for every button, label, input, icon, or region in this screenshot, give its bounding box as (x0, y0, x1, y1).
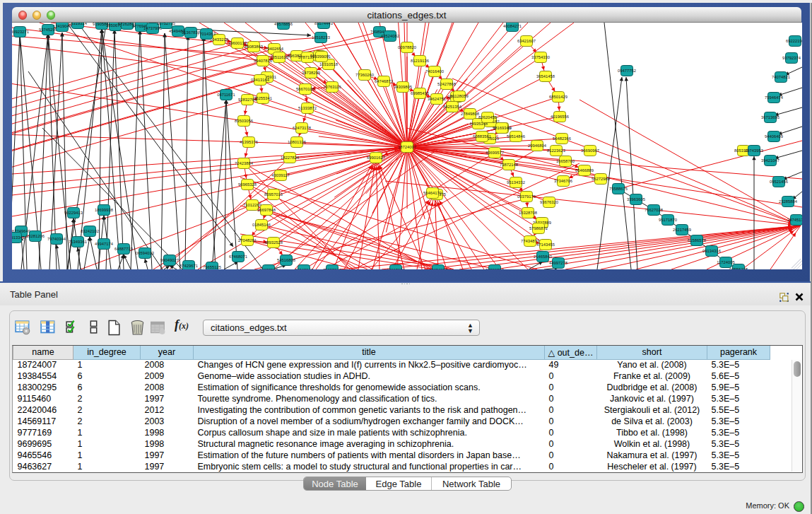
svg-text:14737996: 14737996 (143, 26, 162, 30)
svg-text:99049027: 99049027 (160, 258, 179, 262)
svg-text:23511615: 23511615 (270, 55, 288, 59)
svg-text:09743953: 09743953 (745, 148, 763, 153)
svg-text:74074821: 74074821 (772, 75, 790, 79)
svg-text:79402654: 79402654 (265, 47, 284, 51)
svg-text:69901627: 69901627 (367, 156, 385, 160)
svg-text:09521456: 09521456 (770, 180, 788, 184)
svg-text:44997278: 44997278 (549, 261, 567, 265)
svg-text:59514846: 59514846 (507, 134, 525, 139)
svg-text:18699938: 18699938 (95, 208, 113, 212)
svg-text:08613171: 08613171 (387, 268, 405, 269)
svg-text:37346706: 37346706 (554, 179, 572, 183)
svg-text:71349361: 71349361 (69, 240, 87, 244)
svg-text:69985435: 69985435 (411, 91, 429, 95)
svg-text:11724005: 11724005 (717, 260, 734, 264)
svg-text:77014363: 77014363 (197, 32, 216, 36)
svg-text:90913341: 90913341 (12, 235, 25, 240)
svg-text:66319314: 66319314 (69, 23, 88, 25)
svg-text:51333872: 51333872 (298, 106, 317, 110)
svg-text:10433218: 10433218 (210, 37, 228, 42)
svg-text:19399091: 19399091 (312, 54, 331, 59)
svg-text:71012269: 71012269 (243, 203, 261, 207)
svg-text:56272980: 56272980 (592, 177, 610, 181)
svg-text:41395376: 41395376 (240, 140, 258, 144)
svg-text:21465840: 21465840 (534, 255, 552, 259)
svg-text:49947174: 49947174 (95, 242, 114, 246)
svg-text:57986872: 57986872 (529, 226, 548, 230)
svg-text:76038597: 76038597 (259, 268, 278, 269)
svg-text:89083863: 89083863 (245, 45, 263, 49)
svg-text:95134332: 95134332 (507, 180, 525, 185)
svg-text:34738299: 34738299 (302, 71, 320, 75)
svg-text:39421047: 39421047 (761, 158, 779, 163)
svg-text:40084271: 40084271 (503, 24, 522, 28)
svg-text:27849808: 27849808 (461, 112, 479, 116)
svg-text:84251354: 84251354 (443, 105, 462, 109)
svg-text:54516808: 54516808 (277, 258, 295, 262)
svg-text:40196556: 40196556 (551, 115, 569, 119)
svg-text:75946474: 75946474 (765, 95, 784, 100)
svg-text:43039117: 43039117 (271, 173, 289, 177)
svg-text:16658760: 16658760 (556, 159, 575, 163)
svg-text:50752735: 50752735 (157, 23, 175, 25)
svg-text:06594013: 06594013 (136, 251, 154, 255)
svg-text:79740344: 79740344 (47, 237, 66, 241)
svg-text:34624751: 34624751 (428, 97, 446, 101)
svg-text:85574443: 85574443 (314, 23, 333, 25)
svg-text:64887719: 64887719 (114, 247, 133, 251)
svg-text:49578856: 49578856 (274, 23, 293, 26)
svg-text:64746872: 64746872 (375, 79, 393, 83)
svg-text:09477752: 09477752 (618, 69, 636, 73)
svg-text:56670106: 56670106 (296, 87, 314, 91)
svg-text:92832764: 92832764 (238, 98, 257, 102)
svg-text:33754330: 33754330 (531, 55, 550, 59)
svg-text:77360260: 77360260 (355, 73, 374, 77)
svg-text:27048281: 27048281 (238, 238, 257, 243)
svg-text:74016400: 74016400 (425, 69, 444, 74)
svg-text:24745171: 24745171 (787, 218, 802, 222)
svg-text:87429671: 87429671 (180, 264, 198, 268)
svg-text:80957015: 80957015 (264, 192, 283, 197)
svg-text:70348247: 70348247 (295, 268, 313, 269)
svg-text:01845146: 01845146 (252, 223, 271, 227)
svg-text:23281206: 23281206 (26, 234, 45, 238)
svg-text:81223623: 81223623 (547, 148, 565, 153)
svg-text:68501429: 68501429 (549, 95, 567, 99)
svg-text:13518233: 13518233 (312, 35, 330, 40)
svg-text:75255341: 75255341 (254, 96, 272, 100)
svg-text:71093248: 71093248 (323, 268, 341, 269)
svg-text:83242102: 83242102 (81, 229, 99, 233)
svg-text:27484677: 27484677 (429, 268, 447, 269)
svg-text:73872148: 73872148 (500, 163, 518, 167)
svg-text:19600133: 19600133 (228, 41, 247, 45)
svg-text:61586578: 61586578 (688, 238, 706, 243)
svg-text:67468071: 67468071 (229, 255, 247, 259)
svg-text:96965328: 96965328 (238, 182, 257, 187)
svg-text:00379176: 00379176 (517, 194, 536, 199)
svg-text:36690967: 36690967 (581, 148, 599, 153)
svg-text:00978820: 00978820 (398, 45, 416, 49)
svg-text:81219136: 81219136 (411, 59, 429, 63)
svg-text:56482366: 56482366 (553, 136, 571, 141)
svg-text:43699577: 43699577 (486, 151, 504, 155)
svg-text:01128059: 01128059 (450, 94, 468, 98)
svg-text:48932528: 48932528 (264, 240, 283, 245)
svg-text:05466889: 05466889 (575, 168, 594, 173)
svg-text:93676320: 93676320 (540, 200, 558, 204)
svg-text:72423884: 72423884 (235, 161, 254, 165)
svg-text:23285884: 23285884 (779, 199, 798, 204)
svg-text:03413164: 03413164 (251, 78, 270, 82)
svg-text:75588675: 75588675 (609, 187, 628, 191)
svg-text:16328708: 16328708 (519, 211, 537, 215)
svg-text:52427868: 52427868 (437, 82, 456, 86)
svg-text:82620450: 82620450 (478, 115, 497, 119)
svg-text:95171870: 95171870 (659, 218, 677, 222)
svg-text:33963605: 33963605 (627, 197, 645, 201)
svg-text:73763116: 73763116 (323, 85, 341, 89)
svg-text:43524082: 43524082 (381, 34, 399, 38)
svg-text:16697848: 16697848 (257, 208, 276, 212)
svg-text:18724007: 18724007 (398, 145, 416, 149)
svg-text:30923271: 30923271 (12, 30, 29, 34)
svg-text:94406409: 94406409 (765, 134, 783, 139)
svg-text:36713695: 36713695 (761, 115, 779, 119)
